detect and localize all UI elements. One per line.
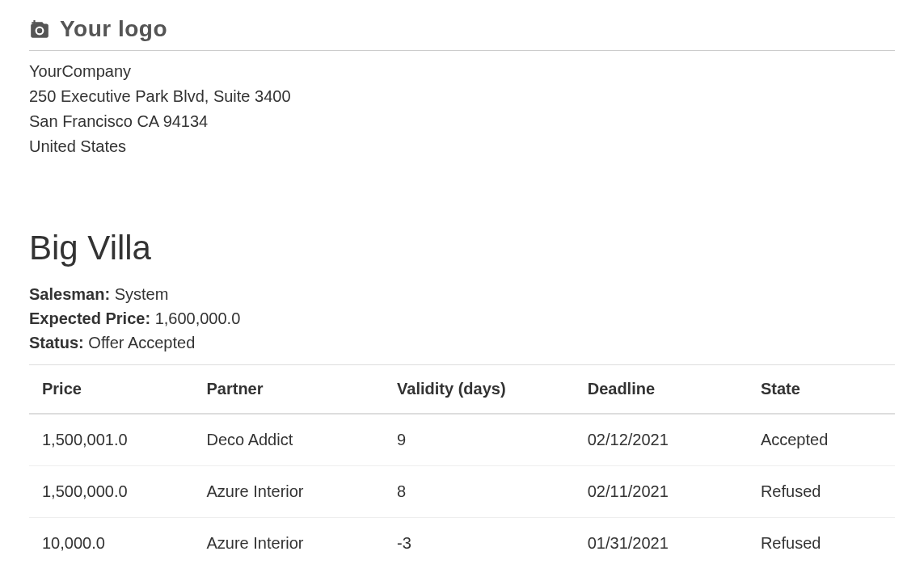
status-label: Status: bbox=[29, 334, 84, 351]
cell-validity: 8 bbox=[384, 466, 575, 518]
meta-expected-price: Expected Price: 1,600,000.0 bbox=[29, 306, 895, 330]
logo-text: Your logo bbox=[60, 16, 167, 42]
cell-price: 1,500,000.0 bbox=[29, 466, 193, 518]
col-deadline: Deadline bbox=[575, 365, 748, 414]
divider-top bbox=[29, 50, 895, 51]
salesman-value: System bbox=[115, 285, 169, 303]
company-address-line1: 250 Executive Park Blvd, Suite 3400 bbox=[29, 84, 895, 109]
col-partner: Partner bbox=[193, 365, 384, 414]
cell-state: Refused bbox=[748, 518, 895, 570]
cell-price: 1,500,001.0 bbox=[29, 414, 193, 466]
property-title: Big Villa bbox=[29, 229, 895, 267]
meta-status: Status: Offer Accepted bbox=[29, 330, 895, 355]
salesman-label: Salesman: bbox=[29, 285, 110, 303]
cell-state: Refused bbox=[748, 466, 895, 518]
meta-salesman: Salesman: System bbox=[29, 282, 895, 306]
logo-placeholder: Your logo bbox=[29, 16, 895, 50]
cell-partner: Azure Interior bbox=[193, 518, 384, 570]
expected-price-value: 1,600,000.0 bbox=[155, 309, 241, 327]
company-name: YourCompany bbox=[29, 59, 895, 84]
cell-deadline: 02/12/2021 bbox=[575, 414, 748, 466]
cell-partner: Azure Interior bbox=[193, 466, 384, 518]
table-row: 1,500,001.0 Deco Addict 9 02/12/2021 Acc… bbox=[29, 414, 895, 466]
offers-table: Price Partner Validity (days) Deadline S… bbox=[29, 365, 895, 569]
camera-icon bbox=[29, 19, 50, 39]
table-header-row: Price Partner Validity (days) Deadline S… bbox=[29, 365, 895, 414]
svg-point-0 bbox=[37, 28, 43, 34]
col-validity: Validity (days) bbox=[384, 365, 575, 414]
table-row: 10,000.0 Azure Interior -3 01/31/2021 Re… bbox=[29, 518, 895, 570]
property-meta: Salesman: System Expected Price: 1,600,0… bbox=[29, 282, 895, 355]
company-info: YourCompany 250 Executive Park Blvd, Sui… bbox=[29, 59, 895, 159]
cell-partner: Deco Addict bbox=[193, 414, 384, 466]
company-country: United States bbox=[29, 134, 895, 159]
cell-deadline: 01/31/2021 bbox=[575, 518, 748, 570]
expected-price-label: Expected Price: bbox=[29, 309, 150, 327]
cell-price: 10,000.0 bbox=[29, 518, 193, 570]
col-price: Price bbox=[29, 365, 193, 414]
status-value: Offer Accepted bbox=[88, 334, 195, 351]
cell-validity: 9 bbox=[384, 414, 575, 466]
cell-deadline: 02/11/2021 bbox=[575, 466, 748, 518]
company-address-line2: San Francisco CA 94134 bbox=[29, 109, 895, 134]
cell-validity: -3 bbox=[384, 518, 575, 570]
cell-state: Accepted bbox=[748, 414, 895, 466]
col-state: State bbox=[748, 365, 895, 414]
table-row: 1,500,000.0 Azure Interior 8 02/11/2021 … bbox=[29, 466, 895, 518]
